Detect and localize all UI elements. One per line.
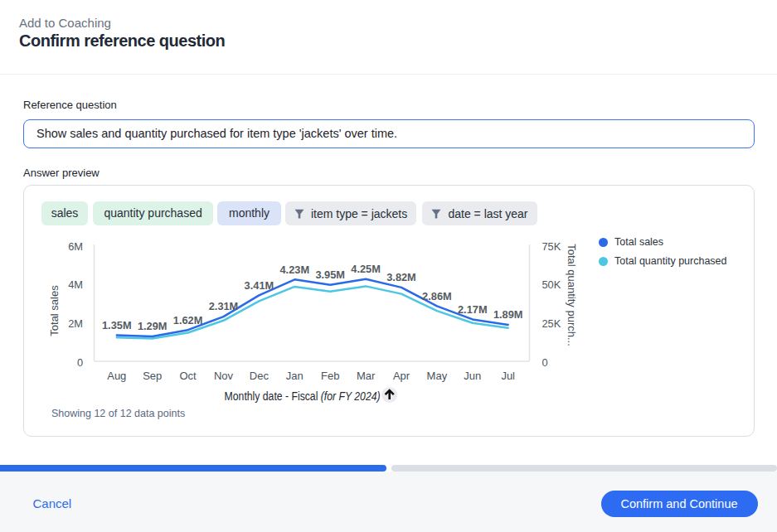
svg-text:4M: 4M: [68, 278, 83, 291]
svg-text:Dec: Dec: [250, 370, 270, 382]
svg-text:4.25M: 4.25M: [351, 263, 381, 275]
svg-text:6M: 6M: [68, 240, 83, 253]
svg-text:3.41M: 3.41M: [245, 279, 274, 292]
svg-text:Jun: Jun: [464, 370, 481, 382]
svg-text:Jan: Jan: [286, 370, 304, 382]
svg-text:50K: 50K: [542, 278, 561, 291]
svg-text:Feb: Feb: [321, 370, 339, 382]
svg-text:Sep: Sep: [143, 370, 162, 382]
svg-text:2.17M: 2.17M: [458, 303, 488, 316]
svg-text:2M: 2M: [68, 317, 83, 330]
svg-text:0: 0: [77, 356, 83, 369]
svg-text:25K: 25K: [542, 317, 561, 330]
svg-text:3.82M: 3.82M: [386, 271, 416, 283]
svg-text:2.31M: 2.31M: [209, 300, 239, 312]
svg-text:Jul: Jul: [501, 370, 515, 382]
svg-text:1.29M: 1.29M: [138, 320, 168, 332]
svg-text:75K: 75K: [542, 240, 561, 253]
svg-text:Apr: Apr: [393, 370, 410, 382]
svg-text:Mar: Mar: [357, 370, 376, 382]
svg-text:1.62M: 1.62M: [173, 314, 203, 326]
svg-text:1.35M: 1.35M: [102, 319, 132, 331]
svg-text:May: May: [427, 370, 448, 382]
svg-text:Aug: Aug: [107, 370, 126, 382]
svg-text:4.23M: 4.23M: [280, 264, 310, 276]
svg-text:3.95M: 3.95M: [315, 268, 345, 281]
svg-text:0: 0: [542, 356, 548, 369]
svg-text:2.86M: 2.86M: [422, 290, 452, 302]
svg-text:1.89M: 1.89M: [493, 308, 523, 321]
svg-text:Nov: Nov: [214, 370, 234, 382]
svg-text:Monthly date - Fiscal (for FY: Monthly date - Fiscal (for FY 2024): [225, 389, 381, 403]
svg-text:Oct: Oct: [179, 370, 197, 382]
